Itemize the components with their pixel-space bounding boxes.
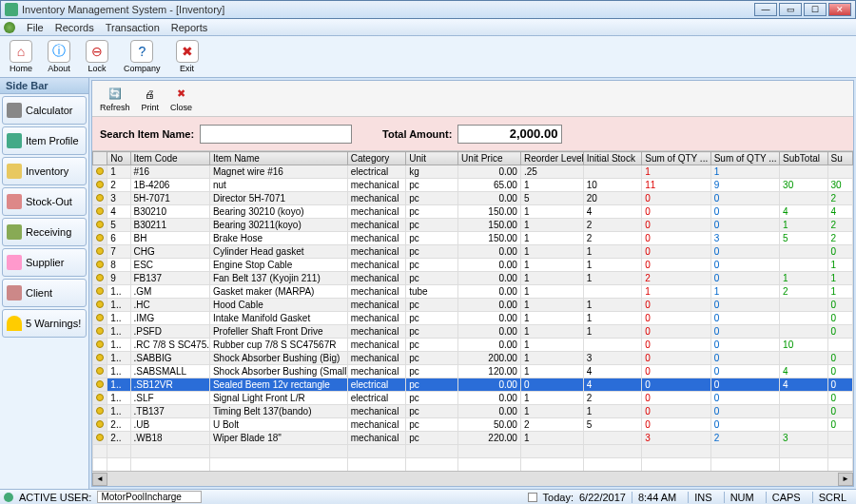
- close-tab-button[interactable]: ✖Close: [166, 84, 196, 114]
- column-header[interactable]: Reorder Level: [520, 152, 583, 165]
- menu-records[interactable]: Records: [55, 22, 94, 33]
- total-amount-input[interactable]: [457, 125, 562, 144]
- status-scrl: SCRL: [812, 492, 852, 503]
- active-user-field[interactable]: [97, 491, 202, 503]
- print-button[interactable]: 🖨Print: [138, 84, 164, 114]
- table-row[interactable]: 6BHBrake Hosemechanicalpc150.00120352: [93, 232, 853, 245]
- cell: pc: [406, 378, 458, 392]
- company-button[interactable]: ?Company: [120, 38, 165, 75]
- scroll-left-button[interactable]: ◄: [92, 473, 107, 486]
- cell: Bearing 30210 (koyo): [209, 205, 347, 219]
- search-label: Search Item Name:: [100, 128, 194, 140]
- column-header[interactable]: Item Code: [130, 152, 209, 165]
- column-header[interactable]: Category: [347, 152, 405, 165]
- table-row[interactable]: 1...RC 7/8 S SC475..Rubber cup 7/8 S SC4…: [93, 339, 853, 352]
- home-button[interactable]: ⌂Home: [6, 38, 36, 75]
- table-row[interactable]: 1...PSFDProfeller Shaft Front Drivemecha…: [93, 325, 853, 339]
- sidebar-client[interactable]: Client: [2, 279, 87, 307]
- inventory-icon: [7, 164, 22, 179]
- about-button[interactable]: ⓘAbout: [44, 38, 74, 75]
- sidebar-item-profile[interactable]: Item Profile: [2, 126, 87, 155]
- user-icon: [4, 493, 13, 502]
- sidebar-stock-out[interactable]: Stock-Out: [2, 187, 87, 216]
- column-header[interactable]: Sum of QTY ...: [642, 152, 710, 165]
- refresh-button[interactable]: 🔄Refresh: [96, 84, 134, 114]
- cell: Cylinder Head gasket: [209, 245, 347, 259]
- table-row[interactable]: 21B-4206nutmechanicalpc65.001101193030: [93, 179, 853, 192]
- menu-reports[interactable]: Reports: [171, 22, 208, 33]
- cell: pc: [406, 339, 458, 352]
- gear-icon[interactable]: [4, 22, 15, 33]
- table-row[interactable]: 1...HCHood Cablemechanicalpc0.0011000: [93, 299, 853, 312]
- table-row[interactable]: 1#16Magnet wire #16electricalkg0.00.2511: [93, 165, 853, 179]
- menu-transaction[interactable]: Transaction: [106, 22, 160, 33]
- table-row[interactable]: 8ESCEngine Stop Cablemechanicalpc0.00110…: [93, 259, 853, 272]
- print-icon: 🖨: [142, 86, 159, 103]
- restore-button[interactable]: ▭: [779, 3, 802, 16]
- column-header[interactable]: Sum of QTY ...: [710, 152, 779, 165]
- cell: 1: [583, 272, 641, 285]
- sidebar-inventory[interactable]: Inventory: [2, 157, 87, 185]
- cell: pc: [406, 272, 458, 285]
- table-row[interactable]: 5B30211Bearing 30211(koyo)mechanicalpc15…: [93, 219, 853, 232]
- cell: 1: [583, 259, 641, 272]
- cell: 1: [520, 312, 583, 325]
- table-row[interactable]: 1...SABBIGShock Absorber Bushing (Big)me…: [93, 352, 853, 365]
- table-row[interactable]: 35H-7071Director 5H-7071mechanicalpc0.00…: [93, 192, 853, 205]
- cell: Engine Stop Cable: [209, 259, 347, 272]
- cell: pc: [406, 299, 458, 312]
- table-row[interactable]: 1...GMGasket maker (MARPA)mechanicaltube…: [93, 285, 853, 299]
- column-header[interactable]: SubTotal: [780, 152, 827, 165]
- home-icon: ⌂: [10, 40, 32, 63]
- column-header[interactable]: Unit: [406, 152, 458, 165]
- cell: 1: [780, 219, 827, 232]
- table-row[interactable]: 1...SABSMALLShock Absorber Bushing (Smal…: [93, 365, 853, 378]
- sidebar-supplier[interactable]: Supplier: [2, 248, 87, 277]
- exit-button[interactable]: ✖Exit: [172, 38, 203, 75]
- table-row[interactable]: 1...TB137Timing Belt 137(bando)mechanica…: [93, 405, 853, 418]
- table-row[interactable]: 1...SB12VRSealed Beem 12v rectangleelect…: [93, 378, 853, 392]
- cell: 2: [642, 272, 710, 285]
- table-row[interactable]: 7CHGCylinder Head gasketmechanicalpc0.00…: [93, 245, 853, 259]
- cell: 0: [710, 339, 779, 352]
- search-input[interactable]: [200, 125, 352, 144]
- inventory-grid-wrapper[interactable]: NoItem CodeItem NameCategoryUnitUnit Pri…: [92, 151, 853, 471]
- column-header[interactable]: Unit Price: [458, 152, 521, 165]
- cell: 1: [520, 432, 583, 445]
- cell: 1..: [107, 325, 130, 339]
- table-row[interactable]: 2...WB18Wiper Blade 18"mechanicalpc220.0…: [93, 432, 853, 445]
- maximize-button[interactable]: ☐: [804, 3, 827, 16]
- sidebar-calculator[interactable]: Calculator: [2, 96, 87, 125]
- scroll-right-button[interactable]: ►: [838, 473, 853, 486]
- cell: 0: [642, 378, 710, 392]
- cell: 0: [827, 299, 852, 312]
- cell: 0: [710, 259, 779, 272]
- column-header[interactable]: Item Name: [209, 152, 347, 165]
- table-row[interactable]: 1...SLFSignal Light Front L/Relectricalp…: [93, 392, 853, 405]
- sidebar-receiving[interactable]: Receiving: [2, 218, 87, 246]
- table-row[interactable]: 2...UBU Boltmechanicalpc50.0025000: [93, 418, 853, 432]
- cell: 150.00: [458, 219, 521, 232]
- cell: pc: [406, 432, 458, 445]
- horizontal-scrollbar[interactable]: ◄ ►: [92, 471, 853, 486]
- table-row[interactable]: 1...IMGIntake Manifold Gasketmechanicalp…: [93, 312, 853, 325]
- column-header[interactable]: Su: [827, 152, 852, 165]
- cell: kg: [406, 165, 458, 179]
- cell: 0: [642, 299, 710, 312]
- lock-button[interactable]: ⊖Lock: [82, 38, 112, 75]
- cell: mechanical: [347, 272, 405, 285]
- sidebar-warnings[interactable]: 5 Warnings!: [2, 309, 87, 338]
- table-row[interactable]: 9FB137Fan Belt 137 (Kyojin 211)mechanica…: [93, 272, 853, 285]
- column-header[interactable]: Initial Stock: [583, 152, 641, 165]
- close-window-button[interactable]: ✕: [828, 3, 851, 16]
- minimize-button[interactable]: —: [754, 3, 777, 16]
- cell: 0: [710, 272, 779, 285]
- cell: 0: [710, 219, 779, 232]
- column-header[interactable]: No: [107, 152, 130, 165]
- cell: nut: [209, 179, 347, 192]
- cell: 0.00: [458, 405, 521, 418]
- menu-file[interactable]: File: [27, 22, 44, 33]
- table-row[interactable]: 4B30210Bearing 30210 (koyo)mechanicalpc1…: [93, 205, 853, 219]
- cell: 0: [827, 352, 852, 365]
- cell: 1: [583, 312, 641, 325]
